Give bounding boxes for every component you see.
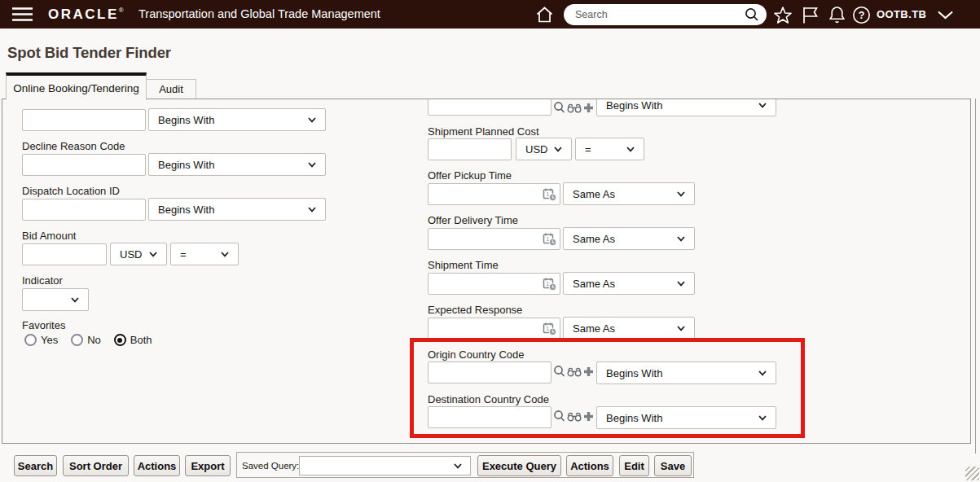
destination-country-code-operator-select[interactable]: Begins With	[596, 406, 776, 429]
favorites-label: Favorites	[22, 319, 65, 331]
left-row0-input[interactable]	[22, 109, 146, 131]
chevron-down-icon	[71, 297, 79, 303]
select-value: Begins With	[158, 114, 214, 126]
shipment-time-input[interactable]	[428, 273, 560, 295]
shipment-planned-cost-currency-select[interactable]: USD	[516, 138, 572, 160]
execute-query-button[interactable]: Execute Query	[477, 455, 561, 476]
offer-delivery-time-operator-select[interactable]: Same As	[563, 227, 695, 250]
chevron-down-icon	[308, 207, 316, 213]
shipment-planned-cost-input[interactable]	[428, 138, 512, 160]
search-lookup-icon[interactable]	[553, 410, 565, 423]
select-value: Begins With	[158, 204, 214, 216]
chevron-down-icon	[677, 191, 685, 197]
bid-amount-input[interactable]	[22, 243, 107, 265]
datetime-picker-icon[interactable]: 1	[543, 322, 557, 336]
select-value: Same As	[573, 322, 615, 335]
user-menu[interactable]: OOTB.TB	[877, 8, 926, 20]
select-value: Begins With	[606, 367, 662, 379]
select-value: Begins With	[606, 412, 662, 424]
shipment-planned-cost-operator-select[interactable]: =	[575, 138, 644, 160]
favorites-yes-radio[interactable]	[24, 334, 37, 346]
notifications-bell-icon[interactable]	[828, 6, 846, 24]
binoculars-icon[interactable]	[567, 102, 582, 114]
home-icon[interactable]	[535, 6, 554, 24]
select-value: Begins With	[158, 159, 214, 171]
chevron-down-icon	[626, 147, 635, 152]
tab-online-booking-tendering[interactable]: Online Booking/Tendering	[6, 72, 147, 100]
origin-country-code-operator-select[interactable]: Begins With	[596, 362, 776, 384]
dispatch-location-id-label: Dispatch Location ID	[22, 185, 120, 197]
tab-audit[interactable]: Audit	[147, 79, 196, 99]
left-row0-operator-select[interactable]: Begins With	[148, 108, 326, 131]
chevron-down-icon	[758, 415, 767, 421]
destination-country-code-input[interactable]	[428, 406, 552, 428]
menu-icon[interactable]	[11, 7, 33, 22]
offer-delivery-time-label: Offer Delivery Time	[428, 214, 518, 226]
origin-country-code-label: Origin Country Code	[428, 348, 525, 361]
search-lookup-icon[interactable]	[553, 365, 565, 378]
shipment-time-operator-select[interactable]: Same As	[563, 272, 695, 295]
binoculars-icon[interactable]	[567, 410, 582, 423]
chevron-down-icon	[758, 103, 767, 108]
bid-amount-operator-select[interactable]: =	[170, 243, 239, 265]
binoculars-icon[interactable]	[567, 366, 582, 378]
origin-country-code-input[interactable]	[428, 362, 552, 383]
search-placeholder: Search	[575, 9, 608, 20]
new-plus-icon[interactable]	[583, 103, 594, 113]
chevron-down-icon	[677, 326, 685, 331]
expected-response-input[interactable]	[428, 318, 560, 340]
actions-button[interactable]: Actions	[134, 455, 180, 476]
indicator-select[interactable]	[22, 288, 89, 311]
offer-pickup-time-operator-select[interactable]: Same As	[563, 182, 695, 205]
svg-text:1: 1	[547, 236, 550, 242]
help-icon[interactable]: ?	[852, 6, 871, 24]
search-lookup-icon[interactable]	[553, 101, 565, 114]
header-search[interactable]: Search	[564, 4, 767, 25]
app-header: ORACLE® Transportation and Global Trade …	[0, 0, 980, 28]
new-plus-icon[interactable]	[583, 366, 594, 377]
favorites-both-radio[interactable]	[114, 334, 126, 346]
favorites-no-radio[interactable]	[71, 334, 83, 346]
decline-reason-code-label: Decline Reason Code	[22, 140, 125, 152]
datetime-picker-icon[interactable]: 1	[543, 187, 557, 202]
select-value: Same As	[573, 233, 615, 245]
select-value: Same As	[573, 278, 615, 290]
sort-order-button[interactable]: Sort Order	[63, 455, 129, 476]
expected-response-label: Expected Response	[428, 304, 522, 316]
flag-icon[interactable]	[802, 7, 820, 24]
save-button[interactable]: Save	[654, 455, 692, 476]
destination-country-code-label: Destination Country Code	[428, 393, 549, 405]
edit-button[interactable]: Edit	[619, 455, 649, 476]
offer-delivery-time-input[interactable]	[428, 228, 560, 250]
datetime-picker-icon[interactable]: 1	[543, 277, 557, 291]
datetime-picker-icon[interactable]: 1	[543, 232, 557, 247]
export-button[interactable]: Export	[185, 455, 231, 476]
decline-reason-code-input[interactable]	[22, 154, 146, 176]
chevron-down-icon	[677, 236, 685, 242]
form-panel: Begins With Decline Reason Code Begins W…	[2, 99, 970, 443]
saved-query-select[interactable]	[299, 456, 471, 475]
decline-reason-code-operator-select[interactable]: Begins With	[148, 153, 326, 176]
user-chevron-down-icon[interactable]	[937, 11, 954, 20]
expected-response-operator-select[interactable]: Same As	[563, 317, 695, 340]
actions-secondary-button[interactable]: Actions	[566, 455, 613, 476]
oracle-logo: ORACLE®	[48, 7, 124, 23]
search-icon[interactable]	[745, 7, 759, 22]
chevron-down-icon	[677, 281, 685, 287]
offer-pickup-time-input[interactable]	[428, 183, 560, 205]
resize-grip[interactable]	[965, 467, 979, 480]
select-value: USD	[525, 143, 547, 156]
dispatch-location-id-input[interactable]	[22, 199, 146, 221]
favorites-both-label: Both	[130, 334, 152, 346]
select-value: Begins With	[606, 99, 662, 112]
right-row0-input[interactable]	[428, 99, 552, 116]
select-value: Same As	[573, 188, 615, 200]
dispatch-location-id-operator-select[interactable]: Begins With	[148, 198, 326, 221]
chevron-down-icon	[308, 162, 316, 168]
search-button[interactable]: Search	[14, 455, 57, 476]
right-row0-operator-select[interactable]: Begins With	[596, 99, 776, 116]
app-title: Transportation and Global Trade Manageme…	[138, 7, 380, 20]
new-plus-icon[interactable]	[583, 411, 594, 422]
bid-amount-currency-select[interactable]: USD	[110, 243, 167, 265]
favorites-star-icon[interactable]	[773, 6, 793, 24]
